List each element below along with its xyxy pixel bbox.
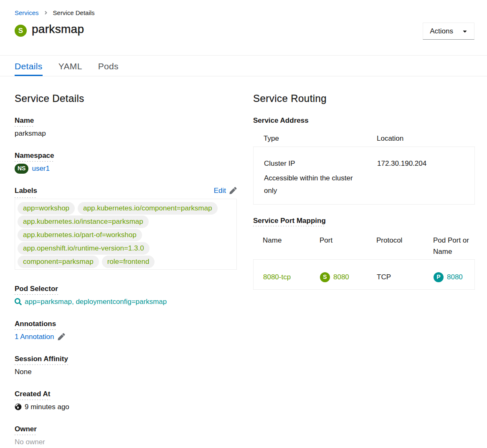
label-chip[interactable]: app=workshop xyxy=(18,202,75,215)
namespace-resource-badge: NS xyxy=(15,164,28,174)
namespace-link[interactable]: user1 xyxy=(32,163,50,174)
port-mapping-row: 8080-tcp S 8080 TCP P 8080 xyxy=(253,259,475,290)
address-row: Cluster IP Accessible within the cluster… xyxy=(253,147,475,205)
pod-selector-text: app=parksmap, deploymentconfig=parksmap xyxy=(25,296,167,307)
label-chip[interactable]: component=parksmap xyxy=(18,256,99,268)
address-col-type: Type xyxy=(253,133,366,147)
pencil-icon xyxy=(58,333,65,340)
caret-down-icon xyxy=(462,28,467,34)
service-address-table: Type Location Cluster IP Accessible with… xyxy=(253,133,475,205)
label-chip[interactable]: app.openshift.io/runtime-version=1.3.0 xyxy=(18,242,150,255)
service-port: 8080 xyxy=(333,272,349,282)
service-routing-section: Service Routing Service Address Type Loc… xyxy=(253,76,475,447)
pod-resource-badge: P xyxy=(434,272,444,282)
namespace-label: Namespace xyxy=(15,150,237,161)
port-col-name: Name xyxy=(253,235,310,259)
breadcrumb-current: Service Details xyxy=(53,8,95,17)
pod-selector-link[interactable]: app=parksmap, deploymentconfig=parksmap xyxy=(15,296,237,307)
port-mapping-heading-text: Service Port Mapping xyxy=(253,217,326,226)
annotations-label: Annotations xyxy=(15,319,237,329)
label-chip[interactable]: role=frontend xyxy=(102,256,155,268)
name-label: Name xyxy=(15,115,237,126)
created-at-label: Created At xyxy=(15,389,237,399)
tab-details[interactable]: Details xyxy=(15,56,43,76)
breadcrumb-services-link[interactable]: Services xyxy=(15,8,39,17)
session-affinity-value: None xyxy=(15,367,237,377)
page-header: Services Service Details S parksmap Acti… xyxy=(0,0,487,56)
label-chip[interactable]: app.kubernetes.io/component=parksmap xyxy=(78,202,218,215)
labels-group: app=workshopapp.kubernetes.io/component=… xyxy=(15,199,237,270)
address-type: Cluster IP xyxy=(264,158,363,169)
address-col-location: Location xyxy=(366,133,475,147)
service-resource-badge: S xyxy=(15,25,27,37)
tab-bar: Details YAML Pods xyxy=(0,56,487,76)
field-label-text: Labels xyxy=(15,185,37,198)
pencil-icon xyxy=(229,187,237,194)
port-col-protocol: Protocol xyxy=(367,235,424,259)
service-details-heading: Service Details xyxy=(15,92,237,105)
address-location: 172.30.190.204 xyxy=(367,147,474,204)
session-affinity-label: Session Affinity xyxy=(15,354,237,364)
pod-selector-label: Pod Selector xyxy=(15,283,237,294)
field-label-text: Annotations xyxy=(15,320,56,330)
name-value: parksmap xyxy=(15,128,237,139)
field-label-text: Name xyxy=(15,116,34,127)
port-col-port: Port xyxy=(310,235,367,259)
field-label-text: Created At xyxy=(15,390,50,400)
labels-header-row: Labels Edit xyxy=(15,185,237,196)
port-mapping-table: Name Port Protocol Pod Port or Name 8080… xyxy=(253,235,475,290)
field-label-text: Owner xyxy=(15,425,37,435)
annotations-edit-link[interactable]: 1 Annotation xyxy=(15,332,65,342)
tab-yaml[interactable]: YAML xyxy=(58,56,82,76)
port-mapping-heading: Service Port Mapping xyxy=(253,215,475,226)
actions-button[interactable]: Actions xyxy=(423,23,474,40)
created-at-text: 9 minutes ago xyxy=(25,402,69,412)
edit-label: Edit xyxy=(214,185,226,196)
service-routing-heading: Service Routing xyxy=(253,92,475,105)
port-protocol: TCP xyxy=(367,260,424,289)
content: Service Details Name parksmap Namespace … xyxy=(0,76,487,447)
field-label-text: Namespace xyxy=(15,152,54,162)
tab-pods[interactable]: Pods xyxy=(98,56,119,76)
labels-label: Labels Edit xyxy=(15,185,237,196)
annotations-count-text: 1 Annotation xyxy=(15,332,54,342)
actions-button-label: Actions xyxy=(430,27,453,35)
field-label-text: Session Affinity xyxy=(15,355,68,365)
port-name-link[interactable]: 8080-tcp xyxy=(263,273,291,281)
breadcrumb: Services Service Details xyxy=(15,8,474,17)
namespace-value-row: NS user1 xyxy=(15,163,237,174)
search-icon xyxy=(15,298,22,305)
owner-label: Owner xyxy=(15,424,237,434)
service-resource-badge: S xyxy=(320,272,330,282)
title-row: S parksmap xyxy=(15,22,474,37)
page-title: parksmap xyxy=(32,22,84,37)
label-chip[interactable]: app.kubernetes.io/instance=parksmap xyxy=(18,215,149,228)
created-at-value: 9 minutes ago xyxy=(15,402,237,412)
pod-port: 8080 xyxy=(447,272,463,282)
port-col-podport: Pod Port or Name xyxy=(424,235,475,259)
breadcrumb-chevron-icon xyxy=(44,10,48,15)
address-description: Accessible within the cluster only xyxy=(264,172,363,197)
globe-icon xyxy=(15,403,22,410)
label-chip[interactable]: app.kubernetes.io/part-of=workshop xyxy=(18,229,142,241)
service-address-heading: Service Address xyxy=(253,115,475,126)
service-details-section: Service Details Name parksmap Namespace … xyxy=(15,76,237,447)
field-label-text: Pod Selector xyxy=(15,285,58,295)
owner-value: No owner xyxy=(15,437,237,447)
labels-edit-button[interactable]: Edit xyxy=(214,185,237,196)
